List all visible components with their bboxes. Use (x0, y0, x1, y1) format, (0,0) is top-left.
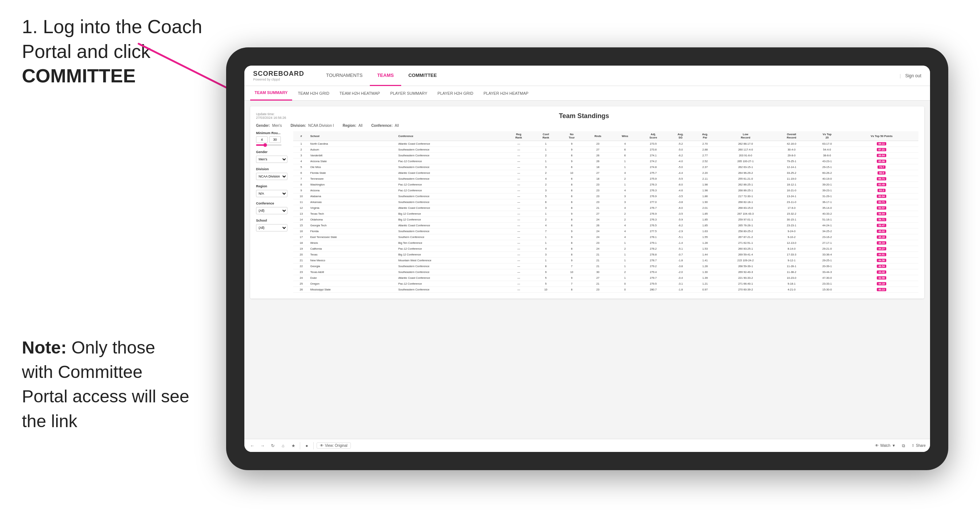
gender-select[interactable]: Men's Women's (256, 156, 287, 163)
cell-avg-par: 1.21 (693, 281, 717, 287)
cell-rnds: 21 (584, 264, 612, 269)
cell-adj-score: 274.8 (638, 164, 668, 170)
rounds-slider[interactable] (256, 144, 282, 146)
score-badge: 46.02 (877, 230, 886, 233)
cell-school: Georgia Tech (309, 223, 397, 229)
toolbar-clock-btn[interactable]: ● (303, 442, 310, 449)
cell-school: Auburn (309, 147, 397, 153)
cell-avg-sg: -3.5 (668, 211, 693, 217)
cell-school: Texas Tech (309, 211, 397, 217)
cell-vs-top50: 63.3 (845, 188, 918, 194)
share-button[interactable]: ⇧ Share (912, 444, 926, 448)
cell-rank: 4 (293, 159, 309, 164)
sub-nav-team-h2h-heatmap[interactable]: TEAM H2H HEATMAP (335, 86, 384, 101)
sub-nav-player-h2h-heatmap[interactable]: PLAYER H2H HEATMAP (479, 86, 533, 101)
cell-overall-record: 11-28-1 (774, 264, 809, 269)
toolbar-expand-btn[interactable]: ⧉ (900, 442, 907, 449)
cell-rnds: 27 (584, 170, 612, 176)
sub-nav-player-summary[interactable]: PLAYER SUMMARY (386, 86, 432, 101)
score-badge: 60.71 (877, 200, 886, 204)
sub-nav-player-h2h-grid[interactable]: PLAYER H2H GRID (433, 86, 478, 101)
nav-teams[interactable]: TEAMS (370, 66, 401, 86)
cell-no-tour: 8 (560, 240, 584, 246)
cell-conference: Big 12 Conference (397, 211, 505, 217)
school-select[interactable]: (All) (256, 224, 287, 232)
score-badge: 44.56 (877, 259, 886, 262)
cell-wins: 4 (612, 234, 638, 240)
main-content: Update time: 27/03/2024 16:56:26 Team St… (244, 101, 930, 439)
cell-conf-rank: 3 (532, 188, 559, 194)
sub-nav-team-summary[interactable]: TEAM SUMMARY (250, 86, 292, 101)
cell-no-tour: 10 (560, 170, 584, 176)
toolbar-back-btn[interactable]: ← (249, 442, 256, 449)
cell-reg-rank: — (505, 252, 532, 258)
standings-table: # School Conference RegRank ConfRank NoT… (293, 131, 918, 293)
toolbar-bookmark-btn[interactable]: ★ (290, 442, 297, 449)
cell-avg-sg: -5.1 (668, 246, 693, 252)
score-badge: 63.3 (878, 189, 886, 192)
content-card: Update time: 27/03/2024 16:56:26 Team St… (250, 106, 924, 298)
score-badge: 58.71 (877, 218, 886, 221)
toolbar-forward-btn[interactable]: → (259, 442, 266, 449)
sign-out-button[interactable]: Sign out (900, 73, 921, 78)
cell-overall-record: 9-24-0 (774, 229, 809, 234)
cell-school: Ole Miss (309, 164, 397, 170)
cell-rank: 23 (293, 269, 309, 275)
cell-conference: Big 12 Conference (397, 252, 505, 258)
nav-committee[interactable]: COMMITTEE (401, 66, 444, 86)
score-badge: 40.13 (877, 288, 886, 291)
cell-rank: 21 (293, 258, 309, 264)
cell-avg-par: 1.53 (693, 246, 717, 252)
cell-wins: 2 (612, 269, 638, 275)
region-select[interactable]: N/A All (256, 190, 287, 197)
min-rounds-min-input[interactable] (256, 136, 268, 143)
cell-no-tour: 7 (560, 264, 584, 269)
table-row: 8WashingtonPac-12 Conference—28231276.3-… (293, 182, 918, 188)
cell-school: Oklahoma (309, 217, 397, 223)
toolbar-refresh-btn[interactable]: ↻ (269, 442, 277, 449)
cell-rank: 13 (293, 211, 309, 217)
cell-low-record: 269 92-40-3 (718, 269, 774, 275)
view-original-button[interactable]: 👁 View: Original (317, 443, 351, 449)
cell-rank: 8 (293, 182, 309, 188)
cell-rnds: 24 (584, 217, 612, 223)
cell-conf-rank: 2 (532, 182, 559, 188)
score-badge: 44.27 (877, 247, 886, 250)
table-row: 15Georgia TechAtlantic Coast Conference—… (293, 223, 918, 229)
table-row: 13Texas TechBig 12 Conference—19272276.9… (293, 211, 918, 217)
cell-conf-rank: 5 (532, 194, 559, 199)
cell-no-tour: 8 (560, 217, 584, 223)
cell-wins: 0 (612, 281, 638, 287)
cell-overall-record: 23-11-0 (774, 199, 809, 205)
cell-vs-top50: 68.9 (845, 170, 918, 176)
division-select[interactable]: NCAA Division I NCAA Division II NCAA Di… (256, 173, 287, 180)
cell-school: Illinois (309, 240, 397, 246)
cell-overall-record: 12-13-0 (774, 240, 809, 246)
cell-avg-sg: -5.5 (668, 176, 693, 182)
cell-avg-par: 1.98 (693, 182, 717, 188)
table-row: 25OregonPac-12 Conference—57210279.5-3.1… (293, 281, 918, 287)
nav-tournaments[interactable]: TOURNAMENTS (319, 66, 370, 86)
cell-adj-score: 273.5 (638, 141, 668, 147)
cell-rnds: 26 (584, 159, 612, 164)
score-badge: 68.71 (877, 177, 886, 180)
cell-vs-top50: 48.54 (845, 264, 918, 269)
app-header: SCOREBOARD Powered by clippd TOURNAMENTS… (244, 66, 930, 86)
cell-conference: Atlantic Coast Conference (397, 205, 505, 211)
cell-adj-score: 279.1 (638, 240, 668, 246)
cell-reg-rank: — (505, 258, 532, 264)
watch-button[interactable]: 👁 Watch ▼ (875, 444, 896, 448)
col-avg-par: Avg.Par (693, 131, 717, 141)
conference-select[interactable]: (All) (256, 207, 287, 214)
toolbar-home-btn[interactable]: ⌂ (279, 442, 287, 449)
logo-sub: Powered by clippd (253, 78, 304, 81)
score-badge: 42.98 (877, 276, 886, 279)
cell-school: Texas (309, 252, 397, 258)
region-filter: Region: All (343, 124, 363, 127)
cell-no-tour: 8 (560, 287, 584, 293)
cell-adj-score: 275.7 (638, 170, 668, 176)
cell-no-tour: 8 (560, 205, 584, 211)
sub-nav-team-h2h-grid[interactable]: TEAM H2H GRID (294, 86, 334, 101)
min-rounds-max-input[interactable] (269, 136, 281, 143)
cell-adj-score: 278.8 (638, 252, 668, 258)
